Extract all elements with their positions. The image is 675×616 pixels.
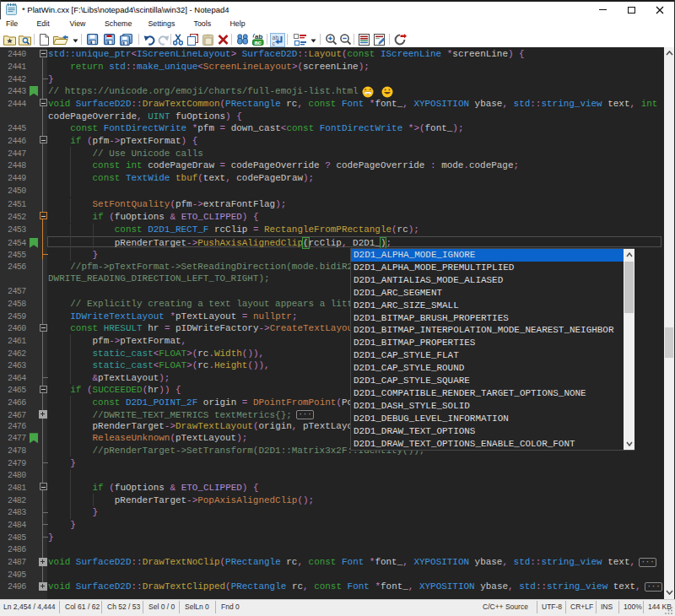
svg-text:c: c — [273, 41, 276, 46]
svg-text:ac: ac — [254, 39, 261, 46]
svg-text:ab: ab — [273, 35, 279, 41]
